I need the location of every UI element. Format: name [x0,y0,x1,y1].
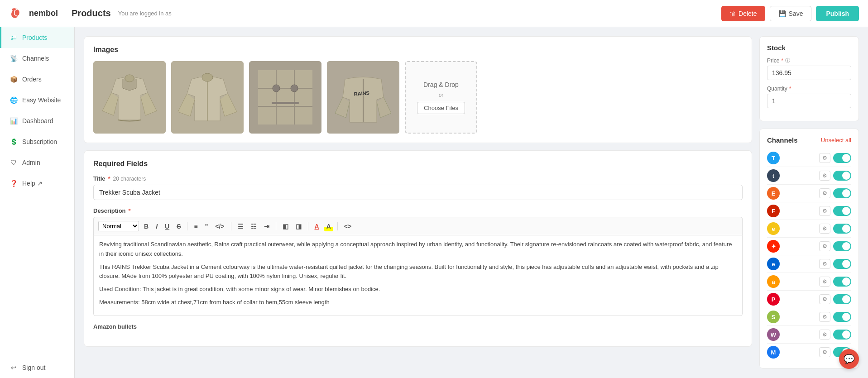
channel-left-etsy: E [767,187,780,200]
description-toolbar: Normal Heading 1 Heading 2 Heading 3 B I… [93,217,743,235]
channel-gear-depop[interactable]: ⚙ [819,241,830,251]
logo: nembol [9,5,58,22]
sidebar-item-help[interactable]: ❓ Help ↗ [0,173,74,194]
channel-left-pinterest: P [767,293,780,306]
image-dropzone[interactable]: Drag & Drop or Choose Files [405,61,477,134]
price-info-icon: ⓘ [785,57,790,64]
required-fields-card: Required Fields Title * 20 characters De… [84,150,752,347]
ul-button[interactable]: ☰ [235,221,246,231]
channel-gear-pinterest[interactable]: ⚙ [819,294,830,304]
images-card: Images [84,36,752,143]
drag-drop-text: Drag & Drop [423,81,459,88]
chat-bubble[interactable]: 💬 [839,349,859,369]
sidebar-item-products[interactable]: 🏷 Products [0,27,74,48]
channel-gear-shopify[interactable]: ⚙ [819,312,830,322]
required-fields-title: Required Fields [93,160,743,168]
quote-button[interactable]: " [203,221,211,231]
source-button[interactable]: <> [342,221,354,231]
align-left-button[interactable]: ◧ [280,221,291,231]
channel-left-woo: W [767,328,780,341]
channel-icon-meta: M [767,346,780,359]
description-content[interactable]: Reviving traditional Scandinavian aesthe… [93,235,743,316]
price-label: Price * ⓘ [767,57,851,64]
channel-toggle-etsy[interactable] [833,188,851,198]
toolbar-sep-2 [231,222,231,230]
channel-toggle-tumblr[interactable] [833,171,851,181]
channel-row-etsy: E ⚙ [767,185,851,202]
unselect-all-button[interactable]: Unselect all [821,137,851,144]
code-button[interactable]: </> [213,221,226,231]
channel-row-depop: ✦ ⚙ [767,238,851,255]
bold-button[interactable]: B [142,221,151,231]
channels-header: Channels Unselect all [767,136,851,144]
choose-files-button[interactable]: Choose Files [417,102,465,114]
sidebar-item-dashboard[interactable]: 📊 Dashboard [0,110,74,131]
strikethrough-button[interactable]: S [174,221,183,231]
channel-gear-ebay-gold[interactable]: ⚙ [819,224,830,234]
underline-button[interactable]: U [163,221,172,231]
sidebar-label-admin: Admin [22,159,40,166]
align-button[interactable]: ≡ [192,221,200,231]
amazon-bullets-label: Amazon bullets [93,323,743,330]
channels-list: T ⚙ t ⚙ E ⚙ [767,149,851,361]
channel-left-twitter: T [767,152,780,164]
channel-toggle-twitter[interactable] [833,153,851,163]
channel-gear-fancy[interactable]: ⚙ [819,206,830,216]
sidebar-item-subscription[interactable]: 💲 Subscription [0,131,74,152]
sidebar-label-orders: Orders [22,76,42,83]
channel-toggle-woo[interactable] [833,330,851,340]
channel-gear-amazon[interactable]: ⚙ [819,277,830,287]
channel-gear-woo[interactable]: ⚙ [819,330,830,340]
sidebar-item-easy-website[interactable]: 🌐 Easy Website [0,90,74,110]
subscription-icon: 💲 [10,138,18,146]
toolbar-sep-4 [308,222,308,230]
channel-row-woo: W ⚙ [767,326,851,344]
channel-icon-twitter: T [767,152,780,164]
sidebar-label-help: Help ↗ [22,180,43,187]
publish-button[interactable]: Publish [816,6,859,21]
quantity-label: Quantity * [767,86,851,92]
channel-gear-etsy[interactable]: ⚙ [819,188,830,198]
channel-right-fancy: ⚙ [819,206,851,216]
jacket-4-svg: RAINS [327,61,399,134]
images-title: Images [93,46,743,54]
channel-toggle-ebay2[interactable] [833,259,851,269]
sidebar-label-easy-website: Easy Website [22,96,61,104]
channel-gear-meta[interactable]: ⚙ [819,347,830,357]
sidebar-item-admin[interactable]: 🛡 Admin [0,152,74,173]
chat-icon: 💬 [844,354,855,364]
channel-toggle-ebay-gold[interactable] [833,224,851,234]
channel-right-shopify: ⚙ [819,312,851,322]
channel-toggle-depop[interactable] [833,241,851,251]
channel-right-pinterest: ⚙ [819,294,851,304]
style-select[interactable]: Normal Heading 1 Heading 2 Heading 3 [98,221,139,231]
highlight-button[interactable]: A [324,221,333,231]
channel-toggle-pinterest[interactable] [833,294,851,304]
channel-right-depop: ⚙ [819,241,851,251]
channel-toggle-fancy[interactable] [833,206,851,216]
channel-gear-twitter[interactable]: ⚙ [819,153,830,163]
delete-button[interactable]: 🗑 Delete [721,6,765,21]
sidebar-item-channels[interactable]: 📡 Channels [0,48,74,69]
save-button[interactable]: 💾 Save [770,6,812,21]
channel-gear-tumblr[interactable]: ⚙ [819,171,830,181]
channel-gear-ebay2[interactable]: ⚙ [819,259,830,269]
italic-button[interactable]: I [153,221,160,231]
align-right-button[interactable]: ◨ [293,221,304,231]
main-right: Stock Price * ⓘ Quantity * [759,36,859,369]
quantity-input[interactable] [767,94,851,108]
title-label: Title * 20 characters [93,175,743,182]
channel-toggle-amazon[interactable] [833,277,851,287]
svg-point-6 [273,85,280,92]
sidebar-item-orders[interactable]: 📦 Orders [0,69,74,90]
channel-toggle-shopify[interactable] [833,312,851,322]
indent-button[interactable]: ⇥ [262,221,272,231]
channel-icon-pinterest: P [767,293,780,306]
channel-icon-ebay2: e [767,258,780,270]
sidebar-item-signout[interactable]: ↩ Sign out [0,357,74,378]
font-color-button[interactable]: A [312,221,321,231]
title-input[interactable] [93,185,743,200]
main-left: Images [84,36,752,369]
price-input[interactable] [767,66,851,80]
ol-button[interactable]: ☷ [249,221,259,231]
